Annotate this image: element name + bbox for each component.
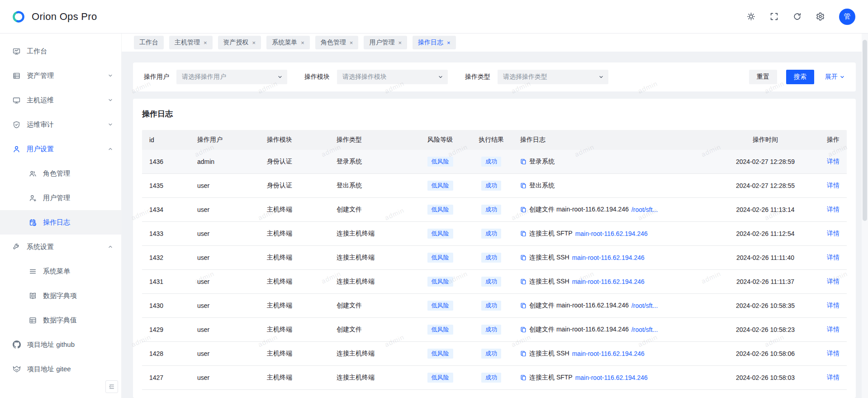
sidebar-item-label: 数据字典值: [43, 316, 77, 325]
copy-icon[interactable]: [520, 254, 526, 261]
cell-time: 2024-02-26 11:11:37: [711, 278, 820, 285]
detail-link[interactable]: 详情: [827, 278, 840, 286]
detail-link[interactable]: 详情: [827, 230, 840, 238]
operation-type-select[interactable]: 请选择操作类型: [498, 70, 608, 84]
log-link[interactable]: /root/sft...: [631, 206, 658, 213]
system-settings-icon: [13, 243, 20, 251]
sidebar-item-workbench[interactable]: 工作台: [0, 39, 121, 63]
operation-user-select[interactable]: 请选择操作用户: [176, 70, 287, 84]
copy-icon[interactable]: [520, 158, 526, 165]
sidebar-item-system-menu[interactable]: 系统菜单: [0, 259, 121, 283]
copy-icon[interactable]: [520, 230, 526, 237]
tab-operation-log[interactable]: 操作日志 ×: [413, 36, 456, 49]
close-icon[interactable]: ×: [447, 40, 451, 46]
copy-icon[interactable]: [520, 206, 526, 213]
chevron-down-icon: [108, 73, 113, 78]
detail-link[interactable]: 详情: [827, 302, 840, 310]
risk-badge: 低风险: [427, 349, 453, 359]
fullscreen-icon[interactable]: [770, 12, 778, 21]
reset-button[interactable]: 重置: [749, 70, 777, 84]
detail-link[interactable]: 详情: [827, 350, 840, 358]
risk-badge: 低风险: [427, 253, 453, 263]
sidebar-collapse-button[interactable]: [105, 380, 118, 393]
sidebar-item-gitee[interactable]: 项目地址 gitee: [0, 357, 121, 381]
sidebar-item-label: 操作日志: [43, 218, 70, 227]
copy-icon[interactable]: [520, 326, 526, 333]
cell-id: 1436: [142, 158, 190, 165]
log-link[interactable]: /root/sft...: [631, 302, 658, 309]
cell-user: user: [190, 374, 260, 381]
sidebar-item-role-management[interactable]: 角色管理: [0, 161, 121, 186]
detail-link[interactable]: 详情: [827, 158, 840, 166]
result-badge: 成功: [481, 157, 501, 167]
sidebar-item-audit[interactable]: 运维审计: [0, 112, 121, 137]
close-icon[interactable]: ×: [301, 40, 304, 46]
cell-action: 详情: [820, 374, 847, 382]
chevron-down-icon: [108, 122, 113, 127]
sidebar-item-label: 项目地址 github: [27, 340, 75, 349]
tab-label: 用户管理: [369, 38, 394, 47]
app-window: Orion Ops Pro: [0, 0, 868, 398]
close-icon[interactable]: ×: [204, 40, 207, 46]
sidebar-item-user-management[interactable]: 用户管理: [0, 186, 121, 210]
cell-time: 2024-02-26 10:58:06: [711, 350, 820, 357]
app-logo[interactable]: Orion Ops Pro: [11, 9, 97, 24]
tab-role-management[interactable]: 角色管理 ×: [315, 36, 359, 49]
log-link[interactable]: main-root-116.62.194.246: [572, 254, 645, 261]
log-text: 连接主机 SFTP: [529, 230, 573, 238]
sidebar-item-label: 主机运维: [27, 96, 54, 105]
tab-user-management[interactable]: 用户管理 ×: [364, 36, 407, 49]
theme-icon[interactable]: [747, 12, 755, 21]
copy-icon[interactable]: [520, 374, 526, 381]
sidebar-item-github[interactable]: 项目地址 github: [0, 332, 121, 357]
cell-id: 1429: [142, 326, 190, 333]
log-link[interactable]: main-root-116.62.194.246: [575, 230, 648, 237]
sidebar-item-dict-value[interactable]: 数据字典值: [0, 308, 121, 332]
tab-system-menu[interactable]: 系统菜单 ×: [266, 36, 310, 49]
tab-host-management[interactable]: 主机管理 ×: [169, 36, 213, 49]
cell-user: user: [190, 302, 260, 309]
close-icon[interactable]: ×: [398, 40, 402, 46]
tab-asset-authorization[interactable]: 资产授权 ×: [218, 36, 261, 49]
cell-module: 主机终端: [260, 278, 329, 286]
sidebar-item-user-settings[interactable]: 用户设置: [0, 137, 121, 161]
user-avatar[interactable]: 管: [839, 9, 855, 25]
settings-icon[interactable]: [816, 12, 825, 21]
log-link[interactable]: main-root-116.62.194.246: [572, 350, 645, 357]
cell-log: 连接主机 SSH main-root-116.62.194.246: [513, 350, 711, 358]
cell-log: 连接主机 SFTP main-root-116.62.194.246: [513, 374, 711, 382]
sidebar-item-dict-item[interactable]: 数据字典项: [0, 283, 121, 308]
cell-action: 详情: [820, 302, 847, 310]
sidebar-item-operation-log[interactable]: 操作日志: [0, 210, 121, 235]
log-link[interactable]: main-root-116.62.194.246: [572, 278, 645, 285]
detail-link[interactable]: 详情: [827, 182, 840, 190]
log-link[interactable]: main-root-116.62.194.246: [575, 374, 648, 381]
copy-icon[interactable]: [520, 350, 526, 357]
filter-label: 操作类型: [465, 73, 490, 81]
scrollbar-thumb[interactable]: [863, 40, 867, 221]
refresh-icon[interactable]: [793, 12, 802, 21]
copy-icon[interactable]: [520, 182, 526, 189]
sidebar-item-host-ops[interactable]: 主机运维: [0, 88, 121, 112]
close-icon[interactable]: ×: [350, 40, 353, 46]
detail-link[interactable]: 详情: [827, 374, 840, 382]
close-icon[interactable]: ×: [252, 40, 256, 46]
detail-link[interactable]: 详情: [827, 254, 840, 262]
sidebar-item-system-settings[interactable]: 系统设置: [0, 235, 121, 259]
detail-link[interactable]: 详情: [827, 206, 840, 214]
sidebar-item-assets[interactable]: 资产管理: [0, 63, 121, 88]
copy-icon[interactable]: [520, 278, 526, 285]
cell-action: 详情: [820, 206, 847, 214]
result-badge: 成功: [481, 349, 501, 359]
cell-result: 成功: [470, 229, 513, 239]
detail-link[interactable]: 详情: [827, 326, 840, 334]
log-link[interactable]: /root/sft...: [631, 326, 658, 333]
copy-icon[interactable]: [520, 302, 526, 309]
expand-toggle[interactable]: 展开: [825, 73, 845, 81]
risk-badge: 低风险: [427, 277, 453, 287]
tab-workbench[interactable]: 工作台: [134, 36, 164, 49]
search-button[interactable]: 搜索: [786, 70, 814, 84]
result-badge: 成功: [481, 205, 501, 215]
operation-module-select[interactable]: 请选择操作模块: [337, 70, 448, 84]
page-scrollbar[interactable]: [862, 34, 868, 398]
